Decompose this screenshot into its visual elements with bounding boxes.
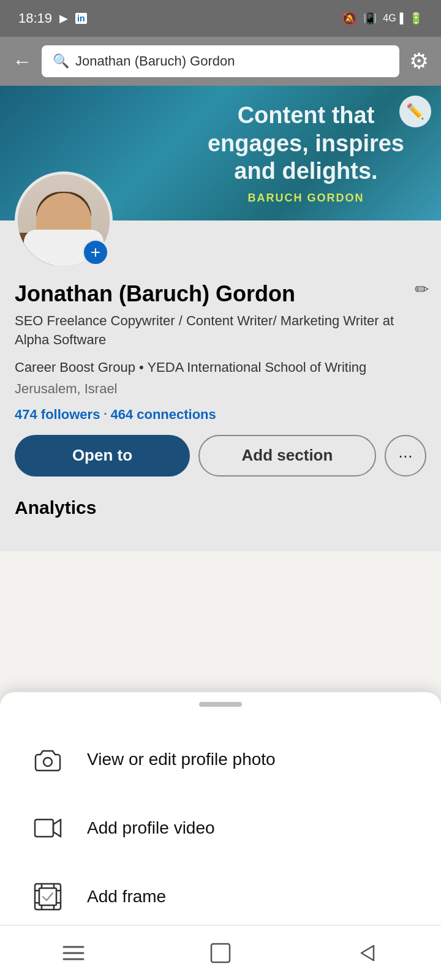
profile-title: SEO Freelance Copywriter / Content Write… — [15, 312, 426, 350]
add-frame-item[interactable]: Add frame — [0, 862, 441, 931]
more-options-button[interactable]: ··· — [385, 435, 426, 477]
search-icon: 🔍 — [53, 53, 69, 69]
profile-info: ✏ Jonathan (Baruch) Gordon SEO Freelance… — [0, 270, 441, 423]
linkedin-icon: in — [75, 13, 86, 24]
action-buttons: Open to Add section ··· — [0, 423, 441, 477]
signal-icon: 4G▐ — [383, 13, 403, 24]
avatar-area: + — [0, 172, 441, 270]
search-bar: ← 🔍 Jonathan (Baruch) Gordon ⚙ — [0, 37, 441, 86]
profile-stats: 474 followers · 464 connections — [15, 407, 426, 423]
profile-education: Career Boost Group • YEDA International … — [15, 358, 426, 377]
analytics-title: Analytics — [15, 497, 426, 518]
svg-rect-16 — [211, 944, 230, 962]
svg-point-0 — [43, 758, 52, 766]
add-profile-video-item[interactable]: Add profile video — [0, 794, 441, 862]
profile-location: Jerusalem, Israel — [15, 381, 426, 397]
status-left: 18:19 ▶ in — [18, 10, 87, 26]
connections-link[interactable]: 464 connections — [110, 407, 216, 423]
ellipsis-icon: ··· — [398, 446, 412, 466]
back-triangle-icon[interactable] — [343, 929, 392, 978]
home-square-icon[interactable] — [196, 929, 245, 978]
sheet-handle — [199, 702, 242, 707]
view-edit-photo-item[interactable]: View or edit profile photo — [0, 725, 441, 794]
notification-off-icon: 🔕 — [342, 11, 357, 26]
search-query-text: Jonathan (Baruch) Gordon — [75, 53, 235, 69]
profile-section: Content that engages, inspires and delig… — [0, 86, 441, 551]
video-icon — [31, 811, 65, 845]
vibrate-icon: 📳 — [363, 12, 377, 25]
status-right: 🔕 📳 4G▐ 🔋 — [342, 11, 423, 26]
open-to-button[interactable]: Open to — [15, 435, 190, 477]
settings-button[interactable]: ⚙ — [409, 48, 429, 74]
svg-rect-1 — [35, 820, 53, 837]
camera-icon — [31, 742, 65, 777]
add-frame-label: Add frame — [87, 887, 166, 907]
stat-separator: · — [104, 408, 107, 421]
nav-bar — [0, 925, 441, 980]
battery-icon: 🔋 — [409, 12, 423, 25]
svg-marker-2 — [53, 820, 61, 837]
view-edit-photo-label: View or edit profile photo — [87, 750, 276, 769]
hamburger-menu-icon[interactable] — [49, 929, 98, 978]
svg-rect-4 — [39, 888, 56, 905]
analytics-section: Analytics — [0, 483, 441, 537]
pencil-icon: ✏️ — [406, 103, 424, 120]
followers-link[interactable]: 474 followers — [15, 407, 100, 423]
banner-edit-button[interactable]: ✏️ — [399, 96, 431, 127]
add-profile-video-label: Add profile video — [87, 818, 215, 838]
add-section-button[interactable]: Add section — [198, 435, 376, 477]
svg-marker-17 — [361, 946, 374, 960]
avatar-plus-button[interactable]: + — [82, 239, 109, 266]
youtube-icon: ▶ — [59, 12, 68, 25]
analytics-fade — [15, 518, 426, 537]
search-input-container[interactable]: 🔍 Jonathan (Baruch) Gordon — [42, 45, 399, 77]
back-button[interactable]: ← — [12, 51, 32, 71]
avatar-wrapper: + — [15, 172, 113, 270]
profile-name: Jonathan (Baruch) Gordon — [15, 281, 426, 307]
status-bar: 18:19 ▶ in 🔕 📳 4G▐ 🔋 — [0, 0, 441, 37]
time-display: 18:19 — [18, 10, 52, 26]
profile-edit-button[interactable]: ✏ — [408, 276, 435, 303]
frame-icon — [31, 880, 65, 914]
pencil-icon: ✏ — [415, 279, 429, 300]
